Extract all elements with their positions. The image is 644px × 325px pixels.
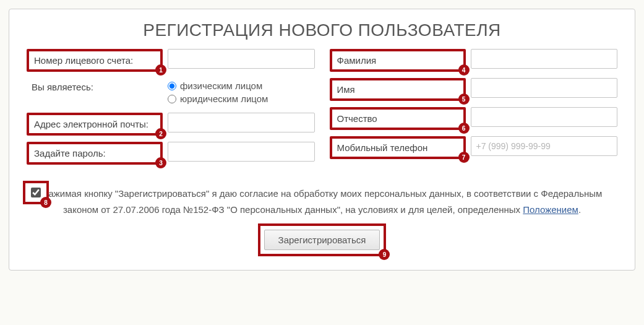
label-patronymic: Отчество 6 bbox=[330, 107, 466, 130]
page-title: РЕГИСТРАЦИЯ НОВОГО ПОЛЬЗОВАТЕЛЯ bbox=[27, 20, 617, 40]
annotation-badge-7: 7 bbox=[458, 152, 470, 163]
account-input[interactable] bbox=[168, 49, 315, 69]
annotation-badge-5: 5 bbox=[458, 93, 470, 105]
entity-type-group: физическим лицом юридическим лицом bbox=[163, 78, 315, 106]
label-email: Адрес электронной почты: 2 bbox=[27, 113, 163, 136]
consent-checkbox[interactable] bbox=[31, 188, 41, 197]
phone-input[interactable] bbox=[471, 136, 618, 156]
annotation-badge-6: 6 bbox=[458, 123, 470, 134]
registration-form: РЕГИСТРАЦИЯ НОВОГО ПОЛЬЗОВАТЕЛЯ Номер ли… bbox=[9, 9, 635, 271]
radio-legal[interactable] bbox=[168, 95, 176, 103]
annotation-badge-2: 2 bbox=[155, 128, 166, 139]
row-password: Задайте пароль: 3 bbox=[27, 142, 315, 165]
radio-individual-label: физическим лицом bbox=[180, 80, 262, 91]
email-input[interactable] bbox=[168, 113, 315, 132]
annotation-badge-8: 8 bbox=[40, 197, 51, 208]
consent-checkbox-highlight: 8 bbox=[23, 181, 49, 204]
label-name-text: Имя bbox=[337, 84, 355, 95]
row-surname: Фамилия 4 bbox=[330, 49, 618, 72]
row-phone: Мобильный телефон 7 bbox=[330, 136, 618, 159]
row-account: Номер лицевого счета: 1 bbox=[27, 49, 315, 72]
annotation-badge-4: 4 bbox=[458, 64, 470, 76]
submit-highlight: Зарегистрироваться 9 bbox=[258, 223, 387, 256]
surname-input[interactable] bbox=[471, 49, 618, 69]
left-column: Номер лицевого счета: 1 Вы являетесь: фи… bbox=[27, 49, 315, 171]
consent-text: Нажимая кнопку "Зарегистрироваться" я да… bbox=[42, 188, 603, 215]
label-patronymic-text: Отчество bbox=[337, 113, 377, 124]
row-email: Адрес электронной почты: 2 bbox=[27, 113, 315, 136]
label-name: Имя 5 bbox=[330, 78, 466, 101]
consent-area: 8 Нажимая кнопку "Зарегистрироваться" я … bbox=[27, 186, 617, 217]
row-you-are: Вы являетесь: физическим лицом юридическ… bbox=[27, 78, 315, 106]
annotation-badge-3: 3 bbox=[155, 157, 166, 168]
label-surname: Фамилия 4 bbox=[330, 49, 466, 72]
label-password: Задайте пароль: 3 bbox=[27, 142, 163, 165]
row-patronymic: Отчество 6 bbox=[330, 107, 618, 130]
label-account: Номер лицевого счета: 1 bbox=[27, 49, 163, 72]
label-surname-text: Фамилия bbox=[337, 55, 377, 66]
right-column: Фамилия 4 Имя 5 Отчество 6 bbox=[330, 49, 618, 171]
annotation-badge-1: 1 bbox=[155, 64, 166, 76]
radio-individual[interactable] bbox=[168, 82, 176, 90]
form-columns: Номер лицевого счета: 1 Вы являетесь: фи… bbox=[27, 49, 617, 171]
submit-wrap: Зарегистрироваться 9 bbox=[27, 223, 617, 256]
radio-legal-line[interactable]: юридическим лицом bbox=[168, 93, 315, 104]
consent-suffix: . bbox=[578, 204, 581, 215]
label-you-are: Вы являетесь: bbox=[27, 78, 163, 96]
annotation-badge-9: 9 bbox=[379, 249, 390, 260]
password-input[interactable] bbox=[168, 142, 315, 162]
radio-individual-line[interactable]: физическим лицом bbox=[168, 80, 315, 91]
label-email-text: Адрес электронной почты: bbox=[34, 119, 148, 129]
radio-legal-label: юридическим лицом bbox=[180, 93, 268, 104]
name-input[interactable] bbox=[471, 78, 618, 98]
label-account-text: Номер лицевого счета: bbox=[34, 55, 133, 66]
consent-link[interactable]: Положением bbox=[523, 204, 578, 215]
patronymic-input[interactable] bbox=[471, 107, 618, 127]
register-button[interactable]: Зарегистрироваться bbox=[264, 230, 380, 250]
label-phone-text: Мобильный телефон bbox=[337, 142, 428, 153]
label-password-text: Задайте пароль: bbox=[34, 148, 106, 158]
label-phone: Мобильный телефон 7 bbox=[330, 136, 466, 159]
row-name: Имя 5 bbox=[330, 78, 618, 101]
